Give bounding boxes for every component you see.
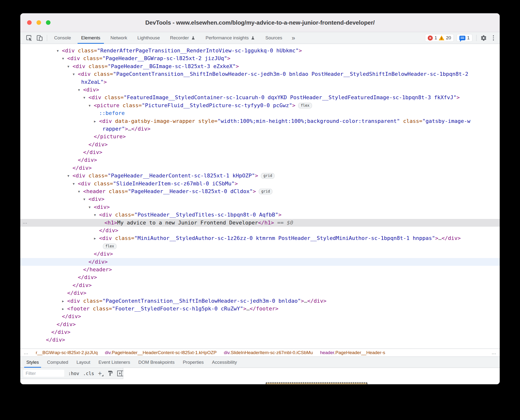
expand-arrow-closed-icon[interactable]: ▶ bbox=[62, 305, 64, 313]
device-toolbar-icon[interactable] bbox=[34, 33, 45, 43]
element-classes-button[interactable]: .cls bbox=[83, 371, 94, 376]
expand-arrow-open-icon[interactable]: ▼ bbox=[78, 188, 80, 195]
expand-arrow-open-icon[interactable]: ▼ bbox=[73, 70, 75, 78]
grid-badge[interactable]: grid bbox=[259, 189, 272, 194]
dom-tree-row[interactable]: </div> bbox=[20, 227, 500, 234]
issues-badge[interactable]: 1 bbox=[457, 34, 472, 42]
expand-arrow-open-icon[interactable]: ▼ bbox=[57, 47, 59, 55]
sidebar-tab-properties[interactable]: Properties bbox=[179, 357, 208, 368]
styles-filter-input[interactable] bbox=[23, 370, 64, 377]
tab-label: Elements bbox=[81, 35, 100, 41]
dom-tree-row[interactable]: ▼<picture class="PictureFluid__StyledPic… bbox=[20, 102, 500, 109]
dom-tree-row[interactable]: ▶<div data-gatsby-image-wrapper style="w… bbox=[20, 117, 500, 125]
tab-label: Lighthouse bbox=[138, 35, 160, 41]
dom-tree-row[interactable]: flex bbox=[20, 242, 500, 250]
tab-elements[interactable]: Elements bbox=[76, 32, 105, 44]
dom-tree-row[interactable]: ▼<div class="SlideInHeaderItem-sc-z67mbl… bbox=[20, 180, 500, 188]
flex-badge[interactable]: flex bbox=[103, 244, 116, 249]
code-token: <div bbox=[67, 298, 80, 304]
tab-recorder[interactable]: Recorder bbox=[165, 32, 201, 44]
dom-tree-row[interactable]: rapper">…</div> bbox=[20, 125, 500, 133]
breadcrumb-item[interactable]: r__BGWrap-sc-l825xt-2.jizJUq bbox=[36, 350, 98, 355]
breadcrumb-overflow-left[interactable]: … bbox=[24, 350, 29, 355]
dom-tree-row[interactable]: ▼<div class="PageHeader__HeaderContent-s… bbox=[20, 172, 500, 180]
close-window-button[interactable] bbox=[27, 20, 32, 25]
dom-tree-row[interactable]: </div> bbox=[20, 164, 500, 172]
tab-lighthouse[interactable]: Lighthouse bbox=[132, 32, 165, 44]
settings-gear-icon[interactable] bbox=[478, 33, 489, 43]
breadcrumb-item[interactable]: header.PageHeader__Header-s bbox=[320, 350, 385, 355]
dom-tree-row[interactable]: </div> bbox=[20, 321, 500, 328]
expand-arrow-open-icon[interactable]: ▼ bbox=[67, 63, 69, 70]
expand-arrow-open-icon[interactable]: ▼ bbox=[94, 211, 96, 219]
dom-tree-row[interactable]: ▶<footer class="Footer__StyledFooter-sc-… bbox=[20, 305, 500, 313]
expand-arrow-open-icon[interactable]: ▼ bbox=[73, 180, 75, 188]
dom-tree-row-selected[interactable]: …<h1>My advice to a new Junior Frontend … bbox=[20, 219, 500, 227]
expand-arrow-open-icon[interactable]: ▼ bbox=[83, 94, 85, 102]
dom-tree-row[interactable]: ▼<div class="RenderAfterPageTransition__… bbox=[20, 47, 500, 54]
expand-arrow-open-icon[interactable]: ▼ bbox=[89, 203, 91, 211]
dom-tree-row[interactable]: </div> bbox=[20, 289, 500, 297]
new-style-rule-button[interactable]: + bbox=[98, 371, 104, 376]
dom-tree-row[interactable]: hxZeaL"> bbox=[20, 78, 500, 86]
zoom-window-button[interactable] bbox=[46, 20, 51, 25]
breadcrumb-item[interactable]: div.PageHeader__HeaderContent-sc-l825xt-… bbox=[105, 350, 217, 355]
dom-tree-row[interactable]: </picture> bbox=[20, 133, 500, 141]
flex-badge[interactable]: flex bbox=[298, 103, 312, 108]
expand-arrow-open-icon[interactable]: ▼ bbox=[62, 55, 64, 62]
inspect-element-icon[interactable] bbox=[24, 33, 34, 43]
dom-tree-row[interactable]: ▼<div class="PostHeader__StyledTitles-sc… bbox=[20, 211, 500, 219]
dom-tree-row[interactable]: </div> bbox=[20, 156, 500, 164]
dom-tree-row[interactable]: </div> bbox=[20, 273, 500, 281]
dom-tree-row[interactable]: ▼<div> bbox=[20, 86, 500, 94]
dom-tree-row[interactable]: ▼<div> bbox=[20, 195, 500, 203]
tab-performance-insights[interactable]: Performance insights bbox=[201, 32, 260, 44]
sidebar-tab-layout[interactable]: Layout bbox=[72, 357, 94, 368]
minimize-window-button[interactable] bbox=[37, 20, 41, 25]
sidebar-tab-computed[interactable]: Computed bbox=[43, 357, 72, 368]
dom-tree-row[interactable]: </div> bbox=[20, 250, 500, 258]
tab-sources[interactable]: Sources bbox=[260, 32, 287, 44]
more-options-kebab-icon[interactable] bbox=[490, 35, 497, 41]
dom-tree-row[interactable]: ▼<div class="FeaturedImage__StyledContai… bbox=[20, 94, 500, 101]
dom-tree-row[interactable]: ▶<div class="MiniAuthor__StyledAuthor-sc… bbox=[20, 234, 500, 242]
dom-tree-row[interactable]: </div> bbox=[20, 336, 500, 344]
dom-tree-row[interactable]: </div> bbox=[20, 258, 500, 266]
sidebar-tab-styles[interactable]: Styles bbox=[22, 357, 43, 368]
expand-arrow-open-icon[interactable]: ▼ bbox=[89, 102, 91, 110]
paint-brush-icon[interactable] bbox=[107, 370, 113, 376]
titlebar[interactable]: DevTools - www.elsewhen.com/blog/my-advi… bbox=[20, 13, 500, 32]
dom-tree-row[interactable]: ▼<div> bbox=[20, 203, 500, 211]
dom-tree-row[interactable]: </header> bbox=[20, 266, 500, 273]
dom-tree-row[interactable]: </div> bbox=[20, 281, 500, 289]
sidebar-tab-accessibility[interactable]: Accessibility bbox=[208, 357, 241, 368]
console-errors-warnings-badge[interactable]: ✕ 1 ! 20 bbox=[425, 34, 454, 42]
grid-badge[interactable]: grid bbox=[261, 173, 274, 179]
more-panels-chevron-icon[interactable]: » bbox=[287, 34, 299, 42]
row-actions-ellipsis[interactable]: … bbox=[23, 218, 28, 226]
dom-tree-row[interactable]: </div> bbox=[20, 313, 500, 320]
expand-arrow-open-icon[interactable]: ▼ bbox=[67, 172, 69, 180]
expand-arrow-open-icon[interactable]: ▼ bbox=[78, 86, 80, 94]
dom-tree-row[interactable]: ▼<div class="PageHeader__BGWrap-sc-l825x… bbox=[20, 54, 500, 62]
breadcrumb-overflow-right[interactable]: … bbox=[491, 350, 496, 355]
dom-tree-row[interactable]: ▶<div class="PageContentTransition__Shif… bbox=[20, 297, 500, 305]
expand-arrow-closed-icon[interactable]: ▶ bbox=[62, 297, 64, 305]
sidebar-tab-dom-breakpoints[interactable]: DOM Breakpoints bbox=[134, 357, 179, 368]
tab-console[interactable]: Console bbox=[49, 32, 76, 44]
toggle-element-state-button[interactable]: :hov bbox=[68, 371, 79, 376]
dom-tree-row[interactable]: </div> bbox=[20, 328, 500, 336]
dom-tree-row[interactable]: ▼<div class="PageHeader__BGImage-sc-l825… bbox=[20, 62, 500, 70]
dom-tree-row[interactable]: ::before bbox=[20, 109, 500, 117]
expand-arrow-closed-icon[interactable]: ▶ bbox=[94, 235, 96, 242]
dom-tree-row[interactable]: </div> bbox=[20, 141, 500, 149]
dom-tree-row[interactable]: ▼<header class="PageHeader__Header-sc-l8… bbox=[20, 188, 500, 195]
tab-network[interactable]: Network bbox=[105, 32, 132, 44]
breadcrumb-classes: r__BGWrap-sc-l825xt-2.jizJUq bbox=[36, 350, 98, 355]
expand-arrow-closed-icon[interactable]: ▶ bbox=[94, 118, 96, 125]
dom-tree-row[interactable]: ▼<div class="PageContentTransition__Shif… bbox=[20, 70, 500, 78]
breadcrumb-item[interactable]: div.SlideInHeaderItem-sc-z67mbl-0.iCSbMu bbox=[224, 350, 313, 355]
dom-tree-row[interactable]: </div> bbox=[20, 149, 500, 156]
sidebar-tab-event-listeners[interactable]: Event Listeners bbox=[94, 357, 134, 368]
expand-arrow-open-icon[interactable]: ▼ bbox=[83, 195, 85, 203]
